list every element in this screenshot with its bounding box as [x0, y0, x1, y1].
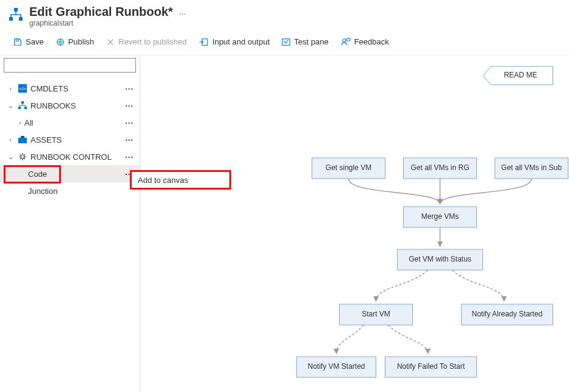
node-label: Notify VM Started — [307, 362, 365, 371]
node-label: Get VM with Status — [409, 255, 471, 263]
test-pane-label: Test pane — [294, 37, 328, 46]
feedback-icon — [341, 38, 351, 46]
tree-runbooks-all[interactable]: › All ··· — [0, 114, 140, 131]
gear-icon — [17, 152, 28, 161]
svg-rect-14 — [18, 138, 27, 143]
save-label: Save — [26, 37, 44, 46]
chevron-right-icon: › — [6, 85, 15, 92]
node-label: Merge VMs — [421, 212, 459, 221]
save-button[interactable]: Save — [9, 35, 49, 49]
svg-rect-6 — [282, 38, 290, 45]
page-subtitle: graphicalstart — [29, 19, 173, 27]
tree-label: RUNBOOK CONTROL — [30, 152, 123, 162]
svg-rect-1 — [9, 17, 13, 21]
tree-label: RUNBOOKS — [30, 101, 123, 110]
canvas[interactable]: READ ME Get single VM Get all VMs in RG … — [140, 55, 569, 391]
tree-item-junction[interactable]: Junction — [0, 182, 140, 199]
runbooks-icon — [17, 101, 28, 110]
context-menu-add-to-canvas[interactable]: Add to canvas — [132, 172, 229, 188]
assets-icon — [17, 136, 28, 143]
more-icon[interactable]: ··· — [123, 101, 136, 110]
toolbar: Save Publish Revert to published Input a… — [0, 31, 569, 55]
input-output-label: Input and output — [212, 37, 270, 46]
tree-label: CMDLETS — [30, 84, 123, 93]
tree-cmdlets[interactable]: › </> CMDLETS ··· — [0, 80, 140, 97]
node-label: Notify Failed To Start — [397, 362, 465, 371]
more-icon[interactable]: ··· — [123, 84, 136, 93]
runbook-icon — [9, 7, 23, 22]
test-pane-button[interactable]: Test pane — [277, 35, 333, 49]
tree-label: Code — [15, 169, 123, 179]
svg-point-7 — [342, 38, 345, 41]
more-icon[interactable]: ··· — [123, 118, 136, 127]
publish-icon — [56, 38, 65, 46]
feedback-button[interactable]: Feedback — [336, 35, 394, 49]
node-label: Notify Already Started — [471, 310, 542, 318]
svg-text:</>: </> — [19, 86, 26, 91]
page-header: Edit Graphical Runbook* graphicalstart ·… — [0, 0, 569, 31]
more-icon[interactable]: ··· — [123, 135, 136, 144]
publish-button[interactable]: Publish — [51, 35, 99, 49]
svg-rect-15 — [21, 136, 24, 138]
svg-rect-0 — [14, 8, 18, 12]
svg-point-16 — [21, 155, 24, 159]
tree-assets[interactable]: › ASSETS ··· — [0, 131, 140, 148]
search-input[interactable] — [4, 58, 136, 73]
sidebar: › </> CMDLETS ··· ⌄ RUNBOOKS ··· › All ·… — [0, 55, 140, 391]
input-output-button[interactable]: Input and output — [194, 35, 274, 49]
revert-label: Revert to published — [118, 37, 187, 46]
node-label: Start VM — [362, 310, 390, 318]
cmdlets-icon: </> — [17, 84, 28, 93]
chevron-right-icon: › — [16, 119, 24, 126]
more-icon[interactable]: ··· — [123, 152, 136, 162]
tree-label: Junction — [15, 187, 136, 196]
chevron-right-icon: › — [6, 136, 15, 143]
tree-item-code[interactable]: Code ··· — [0, 165, 140, 182]
save-icon — [13, 38, 22, 46]
tree-label: All — [24, 118, 123, 127]
workspace: › </> CMDLETS ··· ⌄ RUNBOOKS ··· › All ·… — [0, 55, 569, 391]
chevron-down-icon: ⌄ — [6, 153, 15, 161]
node-label: Get all VMs in RG — [410, 163, 469, 172]
tree-label: ASSETS — [30, 135, 123, 144]
title-more-icon[interactable]: ··· — [179, 5, 187, 18]
feedback-label: Feedback — [354, 37, 389, 46]
readme-label: READ ME — [504, 71, 537, 79]
tree-runbooks[interactable]: ⌄ RUNBOOKS ··· — [0, 97, 140, 114]
input-output-icon — [199, 38, 209, 46]
node-label: Get single VM — [326, 163, 371, 172]
svg-rect-11 — [21, 101, 24, 104]
tree-runbook-control[interactable]: ⌄ RUNBOOK CONTROL ··· — [0, 148, 140, 165]
publish-label: Publish — [68, 37, 95, 46]
node-label: Get all VMs in Sub — [501, 163, 562, 172]
page-title: Edit Graphical Runbook* — [29, 5, 173, 19]
revert-button: Revert to published — [101, 35, 191, 49]
library-tree: › </> CMDLETS ··· ⌄ RUNBOOKS ··· › All ·… — [0, 75, 140, 199]
svg-rect-2 — [19, 17, 23, 21]
revert-icon — [106, 38, 115, 46]
svg-rect-8 — [346, 38, 349, 40]
svg-rect-12 — [18, 107, 21, 109]
test-pane-icon — [282, 38, 290, 46]
context-menu-label: Add to canvas — [138, 176, 188, 185]
svg-rect-13 — [24, 107, 27, 109]
chevron-down-icon: ⌄ — [6, 102, 15, 110]
